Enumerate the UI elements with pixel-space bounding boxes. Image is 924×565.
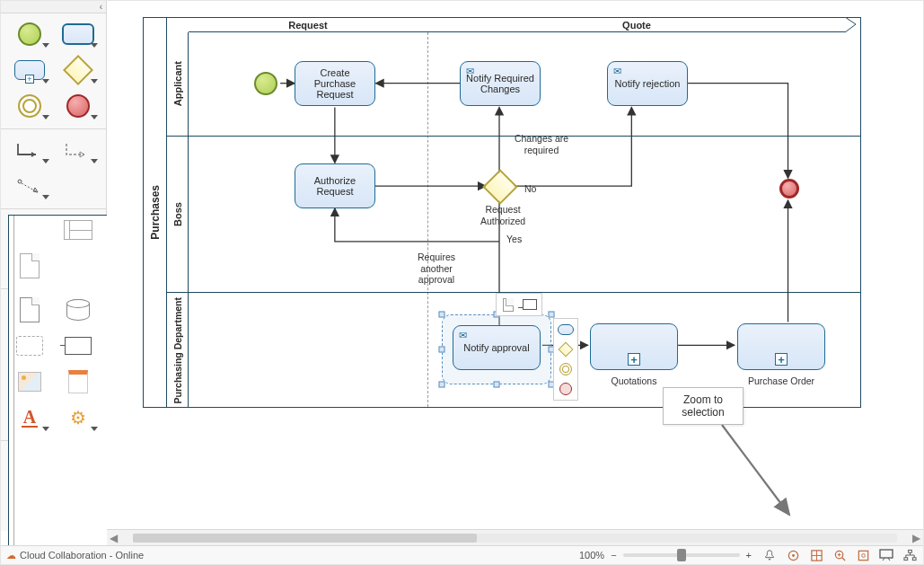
- svg-line-8: [841, 557, 844, 560]
- tool-start-event[interactable]: [8, 19, 51, 49]
- scroll-track[interactable]: [133, 534, 897, 543]
- zoom-reset-icon[interactable]: [785, 548, 801, 562]
- zoom-slider[interactable]: [623, 553, 740, 557]
- svg-point-3: [792, 554, 795, 557]
- tool-gateway[interactable]: [57, 55, 100, 85]
- phase-request[interactable]: Request: [189, 18, 427, 32]
- palette-section-swimlanes: [1, 209, 106, 289]
- tool-settings[interactable]: ⚙: [57, 402, 100, 433]
- task-notify-rejection[interactable]: ✉Notify rejection: [607, 61, 688, 106]
- notifications-icon[interactable]: [761, 548, 778, 562]
- quick-intermediate-icon[interactable]: [556, 360, 576, 378]
- tooltip-zoom-to-selection: Zoom to selection: [663, 387, 744, 425]
- presentation-icon[interactable]: [878, 548, 894, 562]
- label-quotations: Quotations: [590, 375, 678, 387]
- quick-callout-icon[interactable]: [520, 296, 540, 313]
- quick-toolbar-top: [496, 293, 542, 316]
- tool-lane[interactable]: [57, 215, 100, 245]
- tool-pool[interactable]: [8, 215, 51, 245]
- tool-sequence-flow[interactable]: [8, 135, 51, 165]
- palette-section-connectors: [1, 129, 106, 209]
- tool-text[interactable]: A: [8, 402, 51, 433]
- scroll-thumb[interactable]: [133, 534, 477, 543]
- phase-quote[interactable]: Quote: [427, 18, 846, 32]
- outline-icon[interactable]: [902, 548, 918, 562]
- tool-callout[interactable]: [57, 331, 100, 361]
- gateway-label: Request Authorized: [476, 204, 530, 226]
- expand-icon[interactable]: +: [775, 353, 788, 366]
- svg-rect-16: [908, 550, 911, 552]
- bpmn-diagram: Purchases Request Quote Applicant Boss P…: [143, 17, 861, 408]
- edge-label-changes: Changes are required: [506, 133, 577, 155]
- svg-rect-11: [858, 551, 867, 560]
- tool-end-event[interactable]: [57, 91, 100, 121]
- label-purchase-order: Purchase Order: [737, 375, 825, 387]
- tool-legend[interactable]: [57, 366, 100, 397]
- cloud-icon: ☁: [6, 550, 16, 561]
- quick-gateway-icon[interactable]: [556, 340, 576, 358]
- zoom-controls: 100% − +: [579, 550, 754, 561]
- message-icon: ✉: [466, 66, 474, 77]
- gear-icon: ⚙: [70, 407, 86, 428]
- expand-icon[interactable]: +: [628, 353, 640, 366]
- quick-task-icon[interactable]: [556, 321, 576, 339]
- message-icon: ✉: [613, 66, 621, 77]
- status-bar: ☁ Cloud Collaboration - Online 100% − +: [1, 545, 923, 564]
- scroll-right-icon[interactable]: ▶: [910, 532, 923, 544]
- quick-end-icon[interactable]: [556, 380, 576, 398]
- edge-label-yes: Yes: [506, 234, 522, 245]
- svg-rect-13: [880, 550, 893, 558]
- quick-toolbar-side: [553, 318, 578, 401]
- edge-label-requires: Requires another approval: [409, 252, 463, 286]
- scroll-left-icon[interactable]: ◀: [107, 532, 120, 544]
- diagram-canvas[interactable]: Purchases Request Quote Applicant Boss P…: [107, 1, 923, 529]
- zoom-fit-icon[interactable]: [808, 548, 824, 562]
- task-notify-approval[interactable]: ✉Notify approval: [453, 325, 541, 370]
- start-event[interactable]: [254, 72, 277, 95]
- palette-collapse[interactable]: ‹: [1, 1, 106, 13]
- svg-point-0: [18, 180, 22, 183]
- pool-title[interactable]: Purchases: [144, 18, 167, 407]
- tool-task[interactable]: [57, 19, 100, 49]
- task-authorize[interactable]: Authorize Request: [295, 163, 375, 208]
- palette-section-events: +: [1, 13, 106, 129]
- subprocess-purchase-order[interactable]: +: [737, 323, 825, 370]
- chevron-left-icon: ‹: [100, 2, 102, 12]
- zoom-out-button[interactable]: −: [608, 550, 619, 561]
- task-create-purchase[interactable]: Create Purchase Request: [295, 61, 375, 106]
- task-notify-changes[interactable]: ✉Notify Required Changes: [460, 61, 541, 106]
- zoom-in-button[interactable]: +: [744, 550, 754, 561]
- end-event[interactable]: [779, 179, 799, 199]
- message-icon: ✉: [459, 330, 467, 341]
- tool-palette: ‹ +: [1, 1, 107, 531]
- zoom-value: 100%: [579, 550, 604, 561]
- svg-rect-17: [903, 558, 907, 561]
- zoom-page-icon[interactable]: [855, 548, 871, 562]
- tool-association[interactable]: [8, 171, 51, 201]
- edge-label-no: No: [524, 183, 536, 195]
- tool-data-object[interactable]: [8, 295, 51, 325]
- svg-line-1: [722, 425, 789, 515]
- svg-point-12: [861, 553, 865, 557]
- pool-purchases[interactable]: Purchases Request Quote Applicant Boss P…: [143, 17, 861, 408]
- tool-annotation[interactable]: [8, 251, 51, 281]
- app-root: ‹ +: [0, 0, 924, 565]
- quick-note-icon[interactable]: [498, 296, 518, 313]
- horizontal-scrollbar[interactable]: ◀ ▶: [107, 529, 923, 545]
- tool-image[interactable]: [8, 366, 51, 397]
- tool-message-flow[interactable]: [57, 135, 100, 165]
- tool-intermediate-event[interactable]: [8, 91, 51, 121]
- svg-rect-18: [912, 558, 916, 561]
- tool-data-store[interactable]: [57, 295, 100, 325]
- tool-group[interactable]: [8, 331, 51, 361]
- zoom-to-selection-button[interactable]: [832, 548, 848, 562]
- tool-subprocess[interactable]: +: [8, 55, 51, 85]
- collab-status[interactable]: ☁ Cloud Collaboration - Online: [6, 550, 144, 561]
- subprocess-quotations[interactable]: +: [590, 323, 678, 370]
